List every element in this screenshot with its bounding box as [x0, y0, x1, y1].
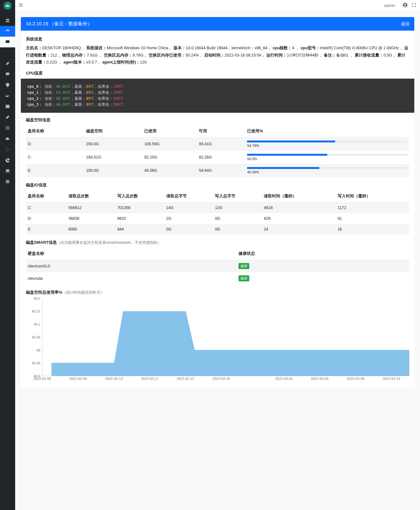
- svg-point-1: [405, 4, 406, 5]
- smart-table: 硬盘名称健康状态 /dev/csmi0,0健康/dev/sda健康: [26, 248, 409, 285]
- section-cputemp-title: CPU温度: [26, 70, 409, 76]
- section-diskspace-title: 磁盘空间信息: [26, 117, 409, 123]
- nav-item-grid-icon[interactable]: [0, 123, 15, 133]
- health-badge: 健康: [239, 263, 249, 269]
- menu-toggle-icon[interactable]: [18, 3, 23, 9]
- nav-item-list-icon[interactable]: [0, 47, 15, 58]
- section-diskio-title: 磁盘IO信息: [26, 182, 409, 188]
- nav-item-pie-icon[interactable]: [0, 155, 15, 165]
- nav-item-laptop-icon[interactable]: [0, 165, 15, 176]
- cpu-temp-block: cpu_0： 当前：46.85℃，最高：80℃，临界值：100℃cpu_1： 当…: [21, 79, 414, 113]
- table-row: D:3683886322G0G82981: [26, 213, 409, 224]
- nav-item-server-icon[interactable]: [0, 15, 15, 26]
- main: admin 10.2.10.19 （备注：数据备份） 返回 系统信息 主机名：D…: [15, 0, 420, 510]
- nav-item-leaf-icon[interactable]: [0, 58, 15, 69]
- nav-item-shield-icon[interactable]: [0, 80, 15, 90]
- nav-item-cloud-icon[interactable]: [0, 133, 15, 144]
- table-row: E:100.0G45.06G54.94G45.06%: [26, 164, 409, 177]
- detail-card: 10.2.10.19 （备注：数据备份） 返回 系统信息 主机名：DESKTOP…: [21, 17, 414, 387]
- health-badge: 健康: [239, 275, 249, 281]
- topbar: admin: [15, 0, 420, 11]
- card-header: 10.2.10.19 （备注：数据备份） 返回: [21, 17, 414, 31]
- logo[interactable]: [0, 0, 15, 11]
- section-smart-title: 磁盘SMART信息（此功能需要在监控主机安装smartmontools，不支持虚…: [26, 240, 409, 245]
- section-chart-title: 磁盘空间总使用率%（统计时间截至到昨天）: [26, 290, 409, 295]
- nav-item-link-icon[interactable]: [0, 112, 15, 123]
- nav-item-docker-icon[interactable]: [0, 90, 15, 101]
- nav-item-monitor-icon[interactable]: [0, 37, 15, 47]
- nav-item-table-icon[interactable]: [0, 101, 15, 112]
- disk-io-table: 盘符名称读取总次数写入总次数读取总字节写入总字节读取时间（毫秒）写入时间（毫秒）…: [26, 190, 409, 235]
- nav-item-topology-icon[interactable]: [0, 144, 15, 155]
- user-icon[interactable]: [402, 2, 408, 9]
- table-row: /dev/csmi0,0健康: [26, 260, 409, 273]
- table-row: C:164.51G82.25G82.26G50.0%: [26, 151, 409, 164]
- disk-space-table: 盘符名称磁盘空间已使用可用已使用% D:200.0G109.59G90.41G5…: [26, 125, 409, 177]
- table-row: D:200.0G109.59G90.41G54.79%: [26, 137, 409, 151]
- page-title: 10.2.10.19 （备注：数据备份）: [26, 21, 401, 27]
- table-row: E:80609440G0G2416: [26, 224, 409, 235]
- nav-item-db-icon[interactable]: [0, 176, 15, 187]
- nav-item-chat-icon[interactable]: [0, 69, 15, 80]
- fullscreen-icon[interactable]: [411, 2, 417, 9]
- usage-chart: 49.249.1549.149.054948.9548.9 2022-02-05…: [26, 298, 409, 384]
- current-user[interactable]: admin: [384, 3, 395, 8]
- sysinfo-text: 主机名：DESKTOP-1BHHD8Q， 系统描述：Microsoft Wind…: [26, 45, 409, 66]
- back-link[interactable]: 返回: [401, 21, 409, 27]
- section-sysinfo-title: 系统信息: [26, 36, 409, 42]
- table-row: /dev/sda健康: [26, 272, 409, 285]
- sidebar: [0, 0, 15, 510]
- nav-item-dashboard-icon[interactable]: [0, 26, 15, 37]
- table-row: C:56661270135614G12G46181172: [26, 202, 409, 213]
- nav: [0, 11, 15, 510]
